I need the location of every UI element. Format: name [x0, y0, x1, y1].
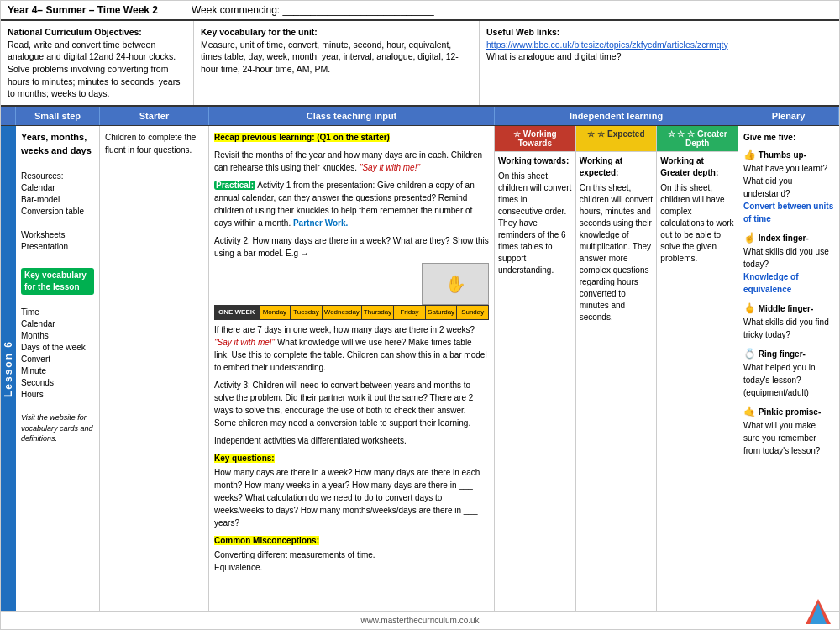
plenary-thumbs: 👍 Thumbs up- What have you learnt? What … [743, 147, 834, 225]
content-columns: Years, months, weeks and days Resources:… [16, 126, 839, 611]
vocab-days-week: Days of the week [21, 342, 94, 354]
info-weblinks: Useful Web links: https://www.bbc.co.uk/… [480, 21, 839, 105]
resource-barmodel: Bar-model [21, 194, 94, 206]
weblinks-title: Useful Web links: [486, 26, 832, 39]
thumbs-icon: 👍 [743, 149, 756, 160]
vocab-seconds: Seconds [21, 377, 94, 389]
hand-image: ✋ [422, 263, 489, 305]
resource-worksheets: Worksheets [21, 229, 94, 241]
vocab-convert: Convert [21, 354, 94, 365]
key-questions-label: Key questions: [214, 454, 275, 463]
index-question: What skills did you use today? [743, 247, 829, 269]
middle-header: Middle finger- [759, 304, 814, 313]
ind-col2-text: On this sheet, children will convert hou… [580, 182, 654, 323]
ring-header: Ring finger- [759, 349, 806, 359]
pinkie-icon: 🤙 [743, 406, 756, 417]
teaching-para3: Activity 2: How many days are there in a… [214, 234, 489, 260]
footer-url: www.masterthecurriculum.co.uk [360, 616, 479, 625]
day-thursday: Thursday [361, 306, 393, 319]
misconceptions-text: Converting different measurements of tim… [214, 549, 489, 574]
teaching-para6: Independent activities via differentiate… [214, 434, 489, 447]
thumbs-header: Thumbs up- [759, 150, 806, 160]
vocab-months: Months [21, 330, 94, 342]
ind-col2-label: Expected [607, 129, 644, 139]
day-saturday: Saturday [425, 306, 457, 319]
weblink-url[interactable]: https://www.bbc.co.uk/bitesize/topics/zk… [486, 39, 728, 50]
recap-label: Recap previous learning: (Q1 on the star… [214, 131, 489, 144]
ind-wrapper: ☆ Working Towards ☆ ☆ Expected ☆ ☆ ☆ Gre… [495, 126, 738, 611]
main-row: Lesson 6 Years, months, weeks and days R… [1, 126, 839, 611]
key-vocab-label: Key vocabulary for the lesson [24, 270, 87, 291]
partner-work: Partner Work. [293, 218, 348, 228]
lesson-col-spacer [1, 107, 16, 125]
resource-presentation: Presentation [21, 241, 94, 253]
teaching-column: Recap previous learning: (Q1 on the star… [209, 126, 495, 611]
objectives-text: Read, write and convert time between ana… [8, 39, 186, 100]
index-highlight: Knowledge of equivalence [743, 272, 799, 294]
page-title: Year 4– Summer – Time Week 2 [8, 4, 158, 16]
ind-headers-row: ☆ Working Towards ☆ ☆ Expected ☆ ☆ ☆ Gre… [495, 126, 738, 152]
ind-col1-label: Working Towards [518, 129, 557, 148]
thumbs-question: What have you learnt? What did you under… [743, 164, 827, 198]
say-it-2: "Say it with me!" [214, 338, 275, 347]
weblinks-question: What is analogue and digital time? [486, 50, 832, 63]
ind-col1-body: Working towards: On this sheet, children… [495, 152, 576, 611]
info-vocabulary: Key vocabulary for the unit: Measure, un… [194, 21, 480, 105]
pinkie-header: Pinkie promise- [759, 407, 821, 417]
ind-col2-header: ☆ ☆ Expected [576, 126, 658, 151]
vocab-minute: Minute [21, 365, 94, 377]
vocab-time: Time [21, 307, 94, 318]
ind-col3-body: Working at Greater depth: On this sheet,… [657, 152, 738, 611]
ind-col1-text: On this sheet, children will convert tim… [498, 171, 572, 276]
starter-text: Children to complete the fluent in four … [105, 131, 203, 156]
ring-question: What helped you in today's lesson? (equi… [743, 363, 816, 397]
ind-col2-title: Working at expected: [580, 155, 654, 179]
day-tuesday: Tuesday [290, 306, 322, 319]
resource-conversion: Conversion table [21, 206, 94, 218]
teaching-para1-text: Revisit the months of the year and how m… [214, 150, 482, 172]
plenary-title: Give me five: [743, 131, 834, 144]
teaching-para2: Practical: Activity 1 from the presentat… [214, 179, 489, 229]
lesson-label-wrapper: Lesson 6 [1, 126, 16, 611]
key-questions-text: How many days are there in a week? How m… [214, 466, 489, 529]
visit-text: Visit the website for vocabulary cards a… [21, 412, 94, 444]
plenary-index: ☝ Index finger- What skills did you use … [743, 230, 834, 296]
header-row: Year 4– Summer – Time Week 2 Week commen… [1, 1, 839, 21]
pinkie-question: What will you make sure you remember fro… [743, 421, 820, 455]
misconceptions-section: Common Misconceptions: Converting differ… [214, 534, 489, 574]
middle-question: What skills did you find tricky today? [743, 318, 829, 339]
vocab-hours: Hours [21, 389, 94, 401]
ind-col3-stars: ☆ ☆ ☆ [668, 129, 697, 139]
objectives-title: National Curriculum Objectives: [8, 26, 186, 39]
col-header-plenary: Plenary [738, 107, 839, 125]
teaching-para4: If there are 7 days in one week, how man… [214, 323, 489, 374]
ind-col1-title: Working towards: [498, 155, 572, 167]
plenary-column: Give me five: 👍 Thumbs up- What have you… [738, 126, 839, 611]
day-wednesday: Wednesday [322, 306, 361, 319]
day-friday: Friday [393, 306, 425, 319]
independent-column: ☆ Working Towards ☆ ☆ Expected ☆ ☆ ☆ Gre… [495, 126, 738, 611]
day-monday: Monday [259, 306, 291, 319]
resources-label: Resources: [21, 171, 94, 182]
small-step-title: Years, months, weeks and days [21, 131, 94, 157]
col-header-small-step: Small step [16, 107, 100, 125]
teaching-para4-text: If there are 7 days in one week, how man… [214, 325, 475, 334]
ind-col1-header: ☆ Working Towards [495, 126, 576, 151]
ring-icon: 💍 [743, 348, 756, 360]
plenary-ring: 💍 Ring finger- What helped you in today'… [743, 346, 834, 399]
lesson-label: Lesson 6 [3, 340, 14, 397]
small-step-column: Years, months, weeks and days Resources:… [16, 126, 100, 611]
week-commencing: Week commencing: _______________________… [192, 4, 434, 16]
middle-icon: 🖕 [743, 302, 756, 314]
ind-col3-title: Working at Greater depth: [660, 155, 734, 179]
ind-body: Working towards: On this sheet, children… [495, 152, 738, 611]
logo-icon [806, 599, 831, 624]
misconceptions-label: Common Misconceptions: [214, 536, 319, 545]
ind-col3-header: ☆ ☆ ☆ Greater Depth [657, 126, 738, 151]
day-sunday: Sunday [456, 306, 488, 319]
one-week-label: ONE WEEK [215, 306, 259, 319]
col-header-independent: Independent learning [495, 107, 738, 125]
key-vocab-box: Key vocabulary for the lesson [21, 268, 94, 295]
col-header-starter: Starter [100, 107, 209, 125]
index-header: Index finger- [759, 234, 809, 243]
